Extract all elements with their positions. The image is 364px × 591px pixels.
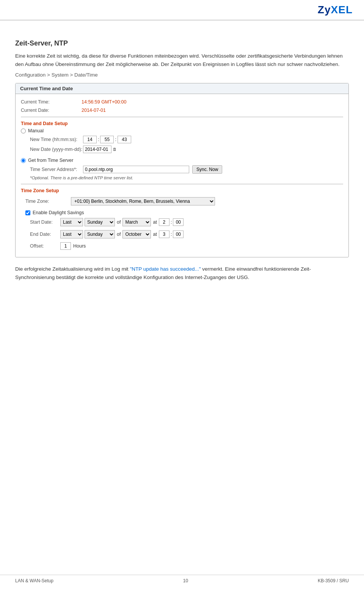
manual-label: Manual: [28, 128, 44, 133]
hours-text: Hours: [73, 243, 86, 249]
page-footer: LAN & WAN-Setup 10 KB-3509 / SRU: [0, 575, 364, 583]
current-date-label: Current Date:: [21, 108, 82, 113]
end-date-row: End Date: Last Sunday of October at :: [21, 229, 343, 240]
start-of-text: of: [117, 219, 121, 225]
start-date-label: Start Date:: [30, 219, 60, 225]
colon-2: :: [115, 137, 116, 142]
end-day-select[interactable]: Sunday: [85, 230, 115, 238]
dst-label: Enable Daylight Savings: [33, 210, 84, 215]
current-time-body: Current Time: 14:56:59 GMT+00:00 Current…: [16, 94, 348, 257]
time-server-input[interactable]: [83, 166, 189, 173]
new-time-row: New Time (hh:mm:ss): : :: [21, 135, 343, 144]
dst-checkbox-row: Enable Daylight Savings: [21, 208, 343, 217]
start-at-text: at: [153, 219, 157, 225]
breadcrumb: Configuration > System > Date/Time: [15, 72, 349, 78]
start-last-select[interactable]: Last: [60, 218, 83, 226]
current-date-row: Current Date: 2014-07-01: [21, 106, 343, 114]
end-at-text: at: [153, 232, 157, 237]
new-date-row: New Date (yyyy-mm-dd): 🗓: [21, 144, 343, 154]
get-from-server-radio[interactable]: [21, 158, 26, 163]
end-hour-input[interactable]: [159, 230, 169, 238]
footer-right: KB-3509 / SRU: [318, 578, 349, 583]
footer-center: 10: [183, 578, 188, 583]
sync-now-button[interactable]: Sync. Now: [192, 165, 222, 174]
time-server-row: Time Server Address*: Sync. Now: [21, 164, 343, 175]
end-month-select[interactable]: October: [122, 230, 151, 238]
end-of-text: of: [117, 232, 121, 237]
current-time-value: 14:56:59 GMT+00:00: [82, 99, 126, 105]
new-date-label: New Date (yyyy-mm-dd):: [30, 147, 83, 152]
start-date-row: Start Date: Last Sunday of March at :: [21, 217, 343, 227]
ntp-success-link[interactable]: "NTP update has succeeded...": [130, 266, 201, 272]
footer-left: LAN & WAN-Setup: [15, 578, 53, 583]
page-header: ZyXEL: [0, 0, 364, 20]
new-time-label: New Time (hh:mm:ss):: [30, 137, 83, 142]
current-time-label: Current Time:: [21, 99, 82, 105]
new-time-minute[interactable]: [100, 136, 114, 143]
offset-row: Offset: Hours: [21, 241, 343, 251]
zyxel-logo: ZyXEL: [318, 4, 353, 16]
time-server-label: Time Server Address*:: [30, 167, 83, 172]
offset-input[interactable]: [60, 242, 71, 250]
end-minute-input[interactable]: [173, 230, 184, 238]
start-hour-input[interactable]: [159, 218, 169, 226]
ntp-note: *Optional. There is a pre-defined NTP ti…: [21, 175, 343, 180]
get-from-server-radio-row: Get from Time Server: [21, 157, 343, 164]
offset-label: Offset:: [30, 243, 60, 249]
time-zone-row: Time Zone: +01:00) Berlin, Stockholm, Ro…: [21, 196, 343, 207]
new-time-hour[interactable]: [83, 136, 97, 143]
manual-radio-row: Manual: [21, 127, 343, 135]
time-zone-select[interactable]: +01:00) Berlin, Stockholm, Rome, Bern, B…: [71, 197, 215, 205]
current-time-row: Current Time: 14:56:59 GMT+00:00: [21, 98, 343, 106]
footer-part1: Die erfolgreiche Zeitaktualisierung wird…: [15, 266, 130, 272]
end-last-select[interactable]: Last: [60, 230, 83, 238]
time-zone-setup-title: Time Zone Setup: [21, 187, 343, 194]
end-date-label: End Date:: [30, 232, 60, 237]
time-date-setup-title: Time and Date Setup: [21, 119, 343, 127]
new-time-second[interactable]: [118, 136, 131, 143]
colon-1: :: [98, 137, 99, 142]
page-title: Zeit-Server, NTP: [15, 39, 349, 47]
start-minute-input[interactable]: [173, 218, 184, 226]
manual-radio[interactable]: [21, 129, 26, 133]
datetime-panel: Current Time and Date Current Time: 14:5…: [15, 83, 349, 257]
intro-paragraph: Eine korrekte Zeit ist wichtig, da diese…: [15, 52, 349, 68]
new-date-input[interactable]: [83, 146, 111, 153]
footer-paragraph: Die erfolgreiche Zeitaktualisierung wird…: [15, 265, 349, 281]
start-day-select[interactable]: Sunday: [85, 218, 115, 226]
get-from-server-label: Get from Time Server: [28, 158, 73, 163]
current-time-section-header: Current Time and Date: [16, 83, 348, 94]
start-month-select[interactable]: March: [122, 218, 151, 226]
current-date-value: 2014-07-01: [82, 108, 106, 113]
dst-checkbox[interactable]: [25, 210, 30, 215]
time-zone-label: Time Zone:: [25, 199, 71, 204]
calendar-icon[interactable]: 🗓: [113, 147, 117, 152]
